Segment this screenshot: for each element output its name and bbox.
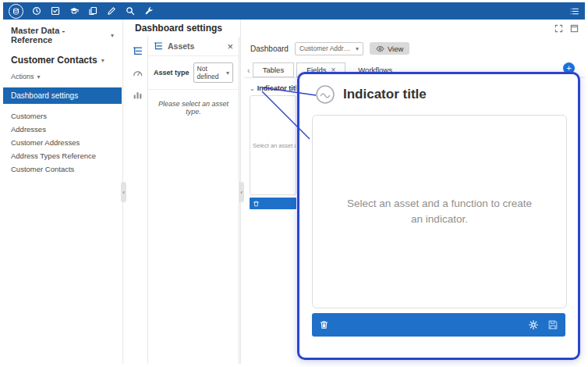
caret-down-icon: ▾ xyxy=(111,32,114,39)
sidebar: Master Data - Reference ▾ Customer Conta… xyxy=(3,20,122,364)
maximize-icon[interactable] xyxy=(570,24,579,33)
tab-tables[interactable]: Tables xyxy=(253,62,294,77)
assets-tree-icon xyxy=(154,41,163,51)
dashboard-toolbar: Dashboard Customer Address Dataset ▾ Vie… xyxy=(244,37,585,60)
sidebar-collapse-handle[interactable]: ‹ xyxy=(121,182,126,202)
tool-icon-strip xyxy=(127,37,148,364)
sidebar-item-customer-contacts[interactable]: Customer Contacts xyxy=(3,162,122,176)
assets-panel-header: Assets × xyxy=(148,37,239,56)
sidebar-item-customer-addresses[interactable]: Customer Addresses xyxy=(3,136,122,149)
assets-collapse-handle[interactable]: ‹ xyxy=(239,182,244,202)
indicator-title: Indicator title xyxy=(343,87,427,102)
sidebar-item-customers[interactable]: Customers xyxy=(3,109,122,123)
indicator-zoom-overlay: Indicator title Select an asset and a fu… xyxy=(297,72,580,360)
chart-bars-icon[interactable] xyxy=(133,90,143,100)
asset-type-row: Asset type Not defined ▾ xyxy=(148,56,239,90)
sidebar-item-list: Customers Addresses Customer Addresses A… xyxy=(3,109,122,176)
assets-panel-divider: ‹ xyxy=(239,20,244,364)
clock-icon[interactable] xyxy=(31,5,42,16)
sidebar-item-dashboard-settings[interactable]: Dashboard settings xyxy=(3,87,122,104)
indicator-card-title: Indicator title xyxy=(257,84,296,92)
close-icon[interactable]: × xyxy=(227,41,233,52)
gear-icon[interactable] xyxy=(528,319,539,330)
assets-empty-message: Please select an asset type. xyxy=(148,100,239,116)
dataspace-selector[interactable]: Master Data - Reference ▾ xyxy=(3,20,122,45)
sidebar-item-address-types-reference[interactable]: Address Types Reference xyxy=(3,149,122,162)
courses-icon[interactable] xyxy=(69,5,80,16)
edit-pen-icon[interactable] xyxy=(106,5,117,16)
view-button-label: View xyxy=(388,45,403,53)
asset-type-value: Not defined xyxy=(197,65,226,80)
database-icon[interactable] xyxy=(9,4,23,19)
tab-tables-label: Tables xyxy=(263,66,284,74)
caret-down-icon: ▾ xyxy=(226,69,229,77)
assets-panel: Assets × Asset type Not defined ▾ Please… xyxy=(148,37,239,364)
indicator-card-body: Select an asset and a function to create… xyxy=(250,95,296,195)
indicator-card[interactable]: ⌄ Indicator title Select an asset and a … xyxy=(250,83,296,209)
topbar xyxy=(3,2,585,20)
dashboard-label: Dashboard xyxy=(250,45,289,53)
indicator-card-placeholder: Select an asset and a function to create… xyxy=(250,142,296,149)
expand-window-icon[interactable] xyxy=(554,24,563,33)
sidebar-divider: ‹ xyxy=(121,20,126,364)
eye-icon xyxy=(376,45,384,52)
trash-icon[interactable] xyxy=(253,200,260,208)
actions-label: Actions xyxy=(11,73,34,80)
tasks-icon[interactable] xyxy=(50,5,61,16)
main-header: Dashboard settings xyxy=(127,20,585,37)
admin-wrench-icon[interactable] xyxy=(143,5,154,16)
caret-down-icon: ▾ xyxy=(37,73,41,80)
topbar-icons xyxy=(9,4,154,19)
chevron-left-icon: ‹ xyxy=(240,189,243,196)
dataset-label: Customer Contacts xyxy=(11,55,97,66)
indicator-footer-bar xyxy=(312,313,565,337)
trash-icon[interactable] xyxy=(319,319,329,330)
page-title: Dashboard settings xyxy=(135,23,222,34)
dashboard-select-value: Customer Address Dataset xyxy=(299,45,353,52)
asset-type-label: Asset type xyxy=(154,69,190,77)
sidebar-item-addresses[interactable]: Addresses xyxy=(3,123,122,136)
caret-down-icon: ▾ xyxy=(356,45,359,52)
view-button[interactable]: View xyxy=(370,42,409,55)
actions-menu[interactable]: Actions ▾ xyxy=(3,66,122,80)
indicator-header: Indicator title xyxy=(315,84,427,105)
gauge-circle-icon xyxy=(315,84,335,105)
gauge-icon[interactable] xyxy=(133,68,143,78)
assets-panel-title: Assets xyxy=(168,41,227,51)
dataspace-label: Master Data - Reference xyxy=(11,26,107,45)
dashboard-select[interactable]: Customer Address Dataset ▾ xyxy=(295,42,363,55)
assets-tree-icon[interactable] xyxy=(133,46,143,56)
save-icon[interactable] xyxy=(547,319,558,330)
dataset-selector[interactable]: Customer Contacts ▾ xyxy=(3,45,122,66)
menu-list-icon[interactable] xyxy=(569,5,579,16)
indicator-card-footer xyxy=(250,198,296,209)
asset-type-select[interactable]: Not defined ▾ xyxy=(193,62,233,83)
documents-icon[interactable] xyxy=(87,5,98,16)
chevron-left-icon: ‹ xyxy=(122,189,125,196)
indicator-placeholder-text: Select an asset and a function to create… xyxy=(341,196,539,226)
caret-down-icon: ▾ xyxy=(101,57,104,64)
tab-scroll-left-icon[interactable]: ‹ xyxy=(246,66,253,77)
indicator-card-header: ⌄ Indicator title xyxy=(250,83,296,94)
indicator-body: Select an asset and a function to create… xyxy=(312,115,567,308)
chevron-down-icon[interactable]: ⌄ xyxy=(250,85,255,92)
search-icon[interactable] xyxy=(125,5,136,16)
